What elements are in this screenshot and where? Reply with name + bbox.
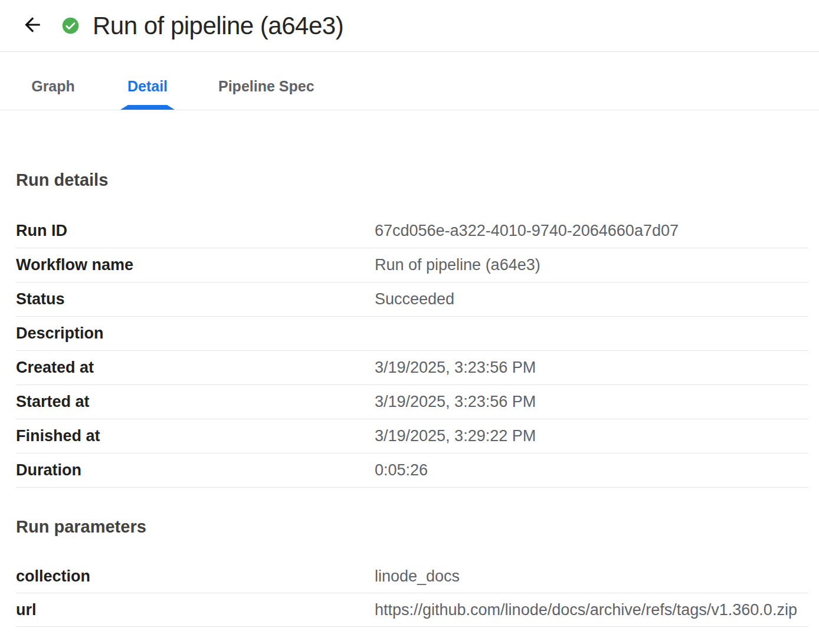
- table-row: collection linode_docs: [16, 560, 808, 593]
- tab-graph[interactable]: Graph: [6, 78, 100, 110]
- row-label: Started at: [16, 393, 375, 411]
- active-tab-indicator: [120, 105, 175, 110]
- row-value: https://github.com/linode/docs/archive/r…: [375, 601, 808, 619]
- run-parameters-heading: Run parameters: [16, 518, 808, 535]
- table-row: Duration 0:05:26: [16, 454, 808, 488]
- arrow-back-icon: [21, 14, 44, 38]
- row-label: Description: [16, 324, 375, 343]
- table-row: Started at 3/19/2025, 3:23:56 PM: [16, 385, 808, 419]
- row-label: collection: [16, 567, 375, 586]
- row-value: 3/19/2025, 3:29:22 PM: [375, 427, 808, 445]
- tab-detail[interactable]: Detail: [100, 78, 195, 110]
- page-header: Run of pipeline (a64e3): [0, 0, 819, 52]
- table-row: url https://github.com/linode/docs/archi…: [16, 593, 808, 627]
- page-title: Run of pipeline (a64e3): [93, 12, 343, 40]
- row-value: 67cd056e-a322-4010-9740-2064660a7d07: [375, 222, 808, 240]
- row-label: url: [16, 601, 375, 619]
- tab-bar: Graph Detail Pipeline Spec: [0, 52, 819, 110]
- row-label: Finished at: [16, 427, 375, 445]
- table-row: Workflow name Run of pipeline (a64e3): [16, 248, 808, 282]
- check-circle-icon: [61, 16, 80, 35]
- row-label: Created at: [16, 359, 375, 377]
- row-label: Run ID: [16, 222, 375, 240]
- row-value: 0:05:26: [375, 461, 808, 479]
- row-value: linode_docs: [375, 567, 808, 586]
- back-button[interactable]: [19, 13, 45, 39]
- tab-pipeline-spec-label: Pipeline Spec: [218, 78, 315, 94]
- row-value: 3/19/2025, 3:23:56 PM: [375, 393, 808, 411]
- row-label: Status: [16, 290, 375, 308]
- row-value: Run of pipeline (a64e3): [375, 256, 808, 274]
- tab-detail-label: Detail: [127, 78, 168, 94]
- row-value: 3/19/2025, 3:23:56 PM: [375, 359, 808, 377]
- run-details-heading: Run details: [16, 172, 808, 189]
- row-label: Workflow name: [16, 256, 375, 274]
- row-label: Duration: [16, 461, 375, 479]
- table-row: Description: [16, 317, 808, 351]
- table-row: Status Succeeded: [16, 282, 808, 317]
- run-details-table: Run ID 67cd056e-a322-4010-9740-2064660a7…: [16, 214, 808, 488]
- table-row: Created at 3/19/2025, 3:23:56 PM: [16, 351, 808, 385]
- row-value: Succeeded: [375, 290, 808, 308]
- detail-panel: Run details Run ID 67cd056e-a322-4010-97…: [0, 172, 819, 627]
- table-row: Finished at 3/19/2025, 3:29:22 PM: [16, 419, 808, 454]
- run-parameters-table: collection linode_docs url https://githu…: [16, 560, 808, 627]
- tab-graph-label: Graph: [31, 78, 75, 94]
- tab-pipeline-spec[interactable]: Pipeline Spec: [195, 78, 338, 110]
- table-row: Run ID 67cd056e-a322-4010-9740-2064660a7…: [16, 214, 808, 248]
